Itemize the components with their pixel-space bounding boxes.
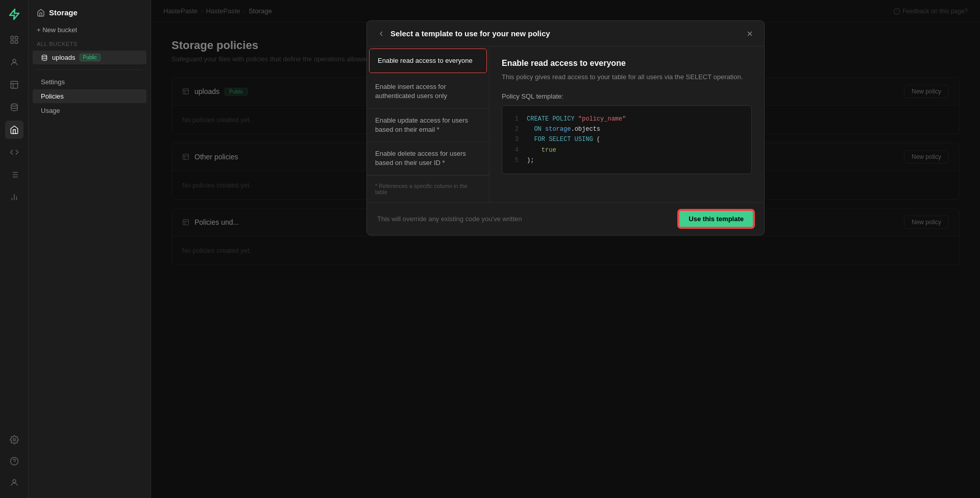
nav-editor-icon[interactable] [5,76,23,94]
svg-point-23 [42,55,46,57]
code-line-5: 5 ); [510,155,743,165]
modal-overlay: Select a template to use for your new po… [151,0,980,498]
sidebar-item-policies[interactable]: Policies [33,89,146,103]
template-modal: Select a template to use for your new po… [366,20,765,235]
svg-marker-0 [10,9,19,19]
svg-point-5 [13,59,16,62]
svg-rect-3 [11,41,13,43]
modal-title: Select a template to use for your new po… [390,29,550,38]
template-item-delete-id[interactable]: Enable delete access for users based on … [367,142,489,175]
nav-user-icon[interactable] [5,53,23,72]
app-logo [6,6,22,22]
icon-rail [0,0,29,498]
svg-point-22 [13,480,16,483]
modal-body: Enable read access to everyone Enable in… [367,46,764,202]
modal-footer: This will override any existing code you… [367,202,764,235]
sql-label: Policy SQL template: [502,92,752,100]
template-item-read-all[interactable]: Enable read access to everyone [369,49,487,73]
svg-point-9 [11,104,17,106]
nav-functions-icon[interactable] [5,143,23,161]
svg-rect-1 [11,36,13,39]
svg-point-19 [13,439,15,441]
svg-rect-4 [15,41,17,43]
svg-rect-6 [11,81,18,88]
main-content: HastePaste › HastePaste › Storage Feedba… [151,0,980,498]
modal-close-button[interactable] [746,30,754,38]
sidebar-item-usage[interactable]: Usage [33,104,146,117]
modal-header: Select a template to use for your new po… [367,21,764,46]
template-detail: Enable read access to everyone This poli… [489,46,764,202]
nav-help-icon[interactable] [5,452,23,470]
new-bucket-button[interactable]: + New bucket [29,23,151,37]
modal-back-button[interactable] [377,30,385,38]
use-template-button[interactable]: Use this template [678,210,754,228]
nav-reports-icon[interactable] [5,188,23,206]
footer-note: This will override any existing code you… [377,215,522,223]
template-item-insert-auth[interactable]: Enable insert access for authenticated u… [367,75,489,108]
all-buckets-label: All Buckets [29,39,151,50]
sidebar: Storage + New bucket All Buckets uploads… [29,0,151,498]
nav-database-icon[interactable] [5,98,23,116]
code-block: 1 CREATE POLICY "policy_name" 2 ON stora… [502,105,752,175]
sidebar-item-uploads[interactable]: uploads Public [33,51,146,64]
sidebar-item-settings[interactable]: Settings [33,75,146,89]
detail-description: This policy gives read access to your ta… [502,72,752,82]
template-footer-note: * References a specific column in the ta… [367,175,489,202]
code-line-2: 2 ON storage.objects [510,124,743,134]
code-line-3: 3 FOR SELECT USING ( [510,134,743,145]
nav-logs-icon[interactable] [5,165,23,184]
bucket-badge: Public [80,54,101,61]
sidebar-title: Storage [29,8,151,23]
nav-storage-icon[interactable] [5,121,23,139]
svg-rect-2 [15,36,17,39]
code-line-4: 4 true [510,145,743,155]
nav-settings-icon[interactable] [5,431,23,449]
svg-point-20 [10,458,18,465]
detail-title: Enable read access to everyone [502,59,752,68]
template-list: Enable read access to everyone Enable in… [367,46,489,202]
code-line-1: 1 CREATE POLICY "policy_name" [510,114,743,124]
template-item-update-email[interactable]: Enable update access for users based on … [367,109,489,142]
nav-profile-icon[interactable] [5,473,23,492]
nav-home-icon[interactable] [5,31,23,49]
